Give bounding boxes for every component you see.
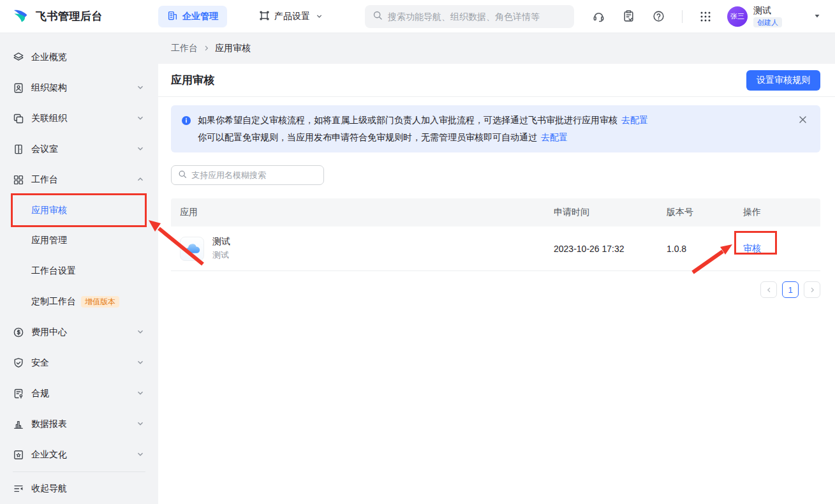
sidebar-item-app-review[interactable]: 应用审核 xyxy=(0,195,158,226)
banner-text-2: 你可以配置免审规则，当应用发布申请符合免审规则时，无需管理员审核即可自动通过 xyxy=(198,132,537,142)
avatar-initials: 张三 xyxy=(730,11,744,21)
sidebar-item-linked-org[interactable]: 关联组织 xyxy=(0,103,158,134)
header-divider xyxy=(682,10,683,23)
sidebar-label: 数据报表 xyxy=(31,419,137,430)
tab-enterprise-management[interactable]: 企业管理 xyxy=(158,6,227,27)
next-page-button[interactable] xyxy=(804,281,820,298)
sidebar-label: 会议室 xyxy=(31,144,137,155)
app-search[interactable] xyxy=(171,165,324,185)
linked-org-icon xyxy=(13,113,24,124)
app-title: 飞书管理后台 xyxy=(36,9,103,24)
role-badge: 创建人 xyxy=(753,17,782,27)
sidebar-item-custom-workplace[interactable]: 定制工作台 增值版本 xyxy=(0,286,158,317)
chevron-down-icon xyxy=(137,83,144,93)
sidebar-label: 费用中心 xyxy=(31,327,137,338)
sidebar-label: 工作台设置 xyxy=(31,265,144,277)
banner-close-icon[interactable] xyxy=(798,115,808,127)
feishu-admin-console: 飞书管理后台 企业管理 产品 xyxy=(0,0,835,504)
column-version: 版本号 xyxy=(667,207,743,218)
chevron-down-icon xyxy=(137,144,144,154)
sidebar-label: 关联组织 xyxy=(31,113,137,124)
sidebar-label: 收起导航 xyxy=(31,483,144,494)
sidebar-item-security[interactable]: 安全 xyxy=(0,348,158,378)
tab-enterprise-label: 企业管理 xyxy=(182,11,218,22)
sidebar-item-overview[interactable]: 企业概览 xyxy=(0,42,158,73)
banner-configure-link-1[interactable]: 去配置 xyxy=(621,115,648,125)
collapse-nav-icon xyxy=(13,483,24,494)
user-avatar[interactable]: 张三 xyxy=(727,6,748,27)
billing-icon xyxy=(13,327,24,338)
chevron-down-icon xyxy=(137,419,144,429)
collapse-nav-button[interactable]: 收起导航 xyxy=(0,473,158,504)
sidebar-label: 合规 xyxy=(31,388,137,399)
survey-clipboard-icon[interactable] xyxy=(622,10,635,23)
app-description: 测试 xyxy=(212,249,230,261)
tab-product-settings[interactable]: 产品设置 xyxy=(250,6,332,27)
sidebar-item-billing[interactable]: 费用中心 xyxy=(0,317,158,348)
sidebar-item-workplace[interactable]: 工作台 xyxy=(0,165,158,195)
page-number-button[interactable]: 1 xyxy=(782,281,799,298)
search-icon xyxy=(178,170,187,181)
breadcrumb-separator-icon xyxy=(203,43,210,54)
info-icon xyxy=(181,115,191,128)
apps-grid-icon[interactable] xyxy=(699,10,712,23)
feishu-logo-icon xyxy=(11,6,31,27)
review-action-link[interactable]: 审核 xyxy=(743,243,761,253)
banner-line-2: 你可以配置免审规则，当应用发布申请符合免审规则时，无需管理员审核即可自动通过去配… xyxy=(198,129,648,146)
breadcrumb-parent[interactable]: 工作台 xyxy=(171,43,198,54)
support-headset-icon[interactable] xyxy=(592,10,605,23)
banner-line-1: 如果你希望自定义审核流程，如将直属上级或部门负责人加入审批流程，可选择通过飞书审… xyxy=(198,112,648,129)
account-caret-icon[interactable] xyxy=(813,11,821,22)
sidebar-item-compliance[interactable]: 合规 xyxy=(0,378,158,409)
table-row: 测试 测试 2023-10-26 17:32 1.0.8 审核 xyxy=(171,226,820,271)
help-icon[interactable] xyxy=(652,10,665,23)
global-search[interactable] xyxy=(365,5,574,28)
sidebar-label: 企业文化 xyxy=(31,449,137,461)
app-logo[interactable]: 飞书管理后台 xyxy=(11,6,147,27)
banner-configure-link-2[interactable]: 去配置 xyxy=(541,132,568,142)
org-structure-icon xyxy=(13,82,24,94)
compliance-icon xyxy=(13,388,24,399)
search-icon xyxy=(373,10,383,23)
sidebar-item-data-reports[interactable]: 数据报表 xyxy=(0,409,158,440)
premium-badge: 增值版本 xyxy=(81,296,119,308)
app-cloud-icon xyxy=(180,237,204,261)
prev-page-button[interactable] xyxy=(760,281,777,298)
top-header: 飞书管理后台 企业管理 产品 xyxy=(0,0,835,33)
app-review-card: 应用审核 设置审核规则 如果你希望自定义审核流程，如将直属上级或部门负责人加入审… xyxy=(158,64,835,504)
breadcrumb: 工作台 应用审核 xyxy=(158,33,835,64)
sidebar-item-org-structure[interactable]: 组织架构 xyxy=(0,73,158,103)
column-apply-time: 申请时间 xyxy=(554,207,667,218)
tab-product-label: 产品设置 xyxy=(274,11,310,22)
user-meta[interactable]: 测试 创建人 xyxy=(753,6,782,27)
app-search-input[interactable] xyxy=(191,170,317,180)
product-settings-icon xyxy=(259,10,270,23)
chevron-down-icon xyxy=(316,11,323,22)
set-review-rules-button[interactable]: 设置审核规则 xyxy=(746,70,820,91)
meeting-room-icon xyxy=(13,144,24,155)
sidebar-nav: 企业概览 组织架构 xyxy=(0,33,158,504)
chevron-down-icon xyxy=(137,358,144,368)
reports-icon xyxy=(13,419,24,430)
org-name: 测试 xyxy=(753,6,782,15)
sidebar-divider xyxy=(13,471,145,472)
sidebar-label: 安全 xyxy=(31,357,137,369)
global-search-input[interactable] xyxy=(388,11,566,22)
sidebar-item-meeting-room[interactable]: 会议室 xyxy=(0,134,158,165)
breadcrumb-current: 应用审核 xyxy=(215,43,251,54)
chevron-down-icon xyxy=(137,450,144,460)
page-title: 应用审核 xyxy=(171,73,214,87)
version-number: 1.0.8 xyxy=(667,244,743,254)
sidebar-label: 组织架构 xyxy=(31,82,137,94)
workplace-icon xyxy=(13,174,24,186)
overview-icon xyxy=(13,52,24,63)
sidebar-item-workplace-settings[interactable]: 工作台设置 xyxy=(0,256,158,286)
chevron-up-icon xyxy=(137,175,144,185)
sidebar-item-app-management[interactable]: 应用管理 xyxy=(0,226,158,256)
sidebar-label: 应用管理 xyxy=(31,235,144,246)
main-content: 工作台 应用审核 应用审核 设置审核规则 如果你希望自定义审核流程，如将直属上级… xyxy=(158,33,835,504)
chevron-down-icon xyxy=(137,114,144,124)
security-icon xyxy=(13,357,24,369)
chevron-down-icon xyxy=(137,327,144,337)
sidebar-item-culture[interactable]: 企业文化 xyxy=(0,440,158,470)
